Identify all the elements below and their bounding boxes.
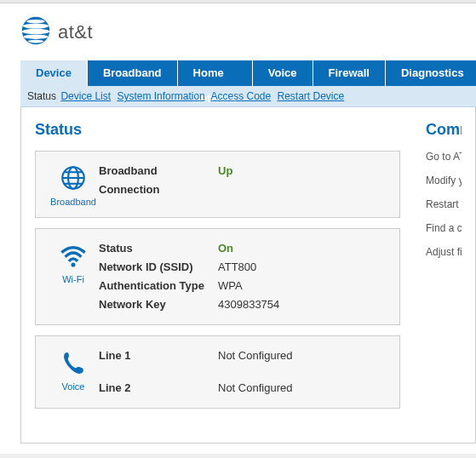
tab-voice[interactable]: Voice [253,60,313,86]
wifi-icon [59,260,88,272]
wifi-auth-value: WPA [218,277,243,295]
wifi-key-label: Network Key [99,295,218,314]
common-item-1[interactable]: Modify you [426,175,462,186]
tab-firewall[interactable]: Firewall [313,60,386,86]
broadband-card: Broadband Broadband Connection Up [35,151,400,218]
wifi-ssid-value: ATT800 [218,258,256,277]
tab-broadband[interactable]: Broadband [88,60,178,86]
svg-point-1 [26,20,45,24]
voice-line1-label: Line 1 [99,346,218,365]
common-item-2[interactable]: Restart yo [426,198,462,210]
brand-text: at&t [58,21,93,43]
subnav-device-list[interactable]: Device List [60,90,111,102]
common-heading: Common [426,121,462,139]
svg-point-2 [23,24,49,29]
globe-icon [59,182,88,195]
status-heading: Status [35,121,400,139]
sub-nav: Status Device List System Information Ac… [20,86,476,107]
content-area: Status Broadband Broadband Connection [20,107,476,444]
subnav-restart-device[interactable]: Restart Device [278,90,345,102]
main-tabs: Device Broadband Home Network Voice Fire… [20,60,476,86]
tab-home-network[interactable]: Home Network [178,60,253,86]
svg-point-4 [24,35,49,39]
subnav-system-info[interactable]: System Information [117,90,204,102]
common-tasks-panel: Common Go to AT&T Modify you Restart yo … [400,121,462,419]
wifi-ssid-label: Network ID (SSID) [99,258,218,277]
voice-line2-value: Not Configured [218,379,292,398]
wifi-auth-label: Authentication Type [99,277,218,295]
wifi-icon-label: Wi-Fi [48,274,99,284]
voice-line2-label: Line 2 [99,379,218,398]
wifi-status-value: On [218,239,233,258]
att-globe-icon [20,15,51,49]
brand-area: at&t [0,3,476,60]
footer-bar [0,454,476,458]
phone-icon [59,367,88,380]
voice-card: Voice Line 1 Not Configured Line 2 Not C… [35,335,400,409]
svg-point-11 [71,263,75,267]
svg-point-3 [22,29,49,34]
broadband-connection-label: Broadband Connection [99,162,218,199]
common-item-4[interactable]: Adjust fire [426,246,462,258]
wifi-key-value: 4309833754 [218,295,279,314]
broadband-icon-label: Broadband [48,197,99,207]
voice-icon-label: Voice [48,381,99,392]
broadband-connection-value: Up [218,162,232,199]
subnav-access-code[interactable]: Access Code [210,90,271,102]
tab-diagnostics[interactable]: Diagnostics [386,60,476,86]
svg-point-5 [28,40,43,43]
subnav-status: Status [27,90,56,102]
wifi-status-label: Status [99,239,218,258]
voice-line1-value: Not Configured [218,346,292,365]
common-item-3[interactable]: Find a con [426,222,462,234]
tab-device[interactable]: Device [20,60,88,86]
common-item-0[interactable]: Go to AT&T [426,151,462,163]
wifi-card: Wi-Fi Status On Network ID (SSID) ATT800… [35,228,400,325]
